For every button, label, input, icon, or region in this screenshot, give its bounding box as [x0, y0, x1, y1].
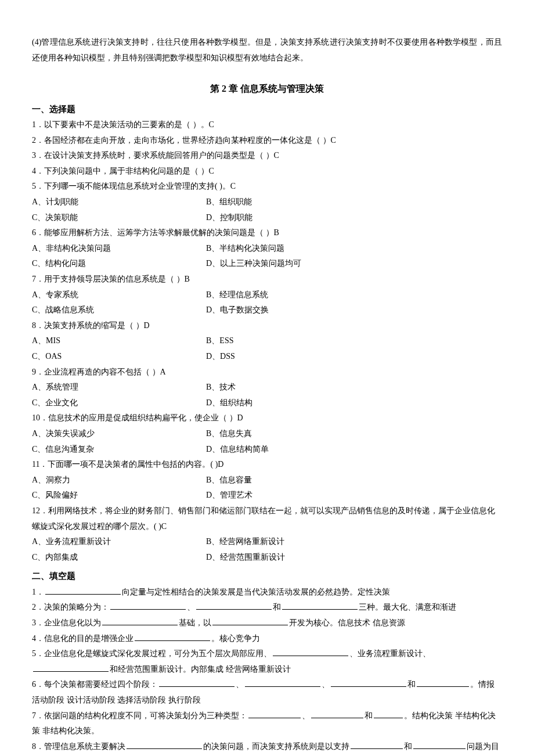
- question-12: 12．利用网络技术，将企业的财务部门、销售部门和储运部门联结在一起，就可以实现产…: [32, 503, 502, 534]
- option-a: A、决策失误减少: [32, 426, 206, 442]
- question-8-options-row2: C、OAS D、DSS: [32, 349, 502, 365]
- text: 基础，以: [179, 618, 211, 627]
- option-c: C、风险偏好: [32, 488, 206, 503]
- question-5-options-row2: C、决策职能 D、控制职能: [32, 210, 502, 226]
- blank: [311, 710, 363, 718]
- text: 、业务流程重新设计、: [349, 649, 431, 658]
- text: 、: [236, 680, 244, 689]
- option-b: B、ESS: [206, 333, 502, 349]
- question-2: 2．各国经济都在走向开放，走向市场化，世界经济趋向某种程度的一体化这是（ ）C: [32, 133, 502, 149]
- blank: [282, 601, 358, 610]
- option-a: A、系统管理: [32, 380, 206, 395]
- text: 、: [187, 603, 195, 611]
- text: 3．企业信息化以为: [32, 618, 101, 627]
- blank: [248, 710, 301, 718]
- blank: [159, 678, 234, 687]
- text: 5．企业信息化是螺旋式深化发展过程，可分为五个层次局部应用、: [32, 649, 272, 658]
- fill-4: 4．信息化的目的是增强企业。核心竞争力: [32, 631, 502, 647]
- option-c: C、战略信息系统: [32, 303, 206, 318]
- text: 2．决策的策略分为：: [32, 603, 109, 611]
- option-b: B、信息容量: [206, 473, 502, 488]
- question-7: 7．用于支持领导层决策的信息系统是（ ）B: [32, 272, 502, 287]
- option-d: D、控制职能: [206, 210, 502, 226]
- question-5: 5．下列哪一项不能体现信息系统对企业管理的支持( )。C: [32, 179, 502, 195]
- text: 6．每个决策都需要经过四个阶段：: [32, 680, 158, 689]
- option-d: D、管理艺术: [206, 488, 502, 503]
- blank: [45, 586, 121, 595]
- blank: [273, 647, 348, 656]
- option-a: A、洞察力: [32, 473, 206, 488]
- question-4: 4．下列决策问题中，属于非结构化问题的是（ ）C: [32, 164, 502, 179]
- blank: [374, 710, 403, 718]
- question-5-options-row1: A、计划职能 B、组织职能: [32, 195, 502, 210]
- blank: [127, 740, 202, 749]
- text: 4．信息化的目的是增强企业: [32, 634, 134, 643]
- question-6: 6．能够应用解析方法、运筹学方法等求解最优解的决策问题是（ ）B: [32, 225, 502, 241]
- blank: [413, 740, 466, 749]
- blank: [196, 601, 272, 610]
- option-c: C、内部集成: [32, 550, 206, 566]
- text: 。核心竞争力: [211, 634, 260, 643]
- option-b: B、信息失真: [206, 426, 502, 442]
- text: 1．: [32, 588, 44, 596]
- question-12-options-row1: A、业务流程重新设计 B、经营网络重新设计: [32, 534, 502, 550]
- blank: [331, 678, 406, 687]
- fill-2: 2．决策的策略分为：、和三种。最大化、满意和渐进: [32, 600, 502, 615]
- blank: [417, 678, 469, 687]
- fill-1: 1．向定量与定性相结合的决策发展是当代决策活动发展的必然趋势。定性决策: [32, 585, 502, 600]
- option-d: D、DSS: [206, 349, 502, 365]
- option-c: C、OAS: [32, 349, 206, 365]
- text: 的决策问题，而决策支持系统则是以支持: [203, 742, 349, 751]
- blank: [110, 601, 186, 610]
- chapter-title: 第 2 章 信息系统与管理决策: [32, 80, 502, 98]
- option-a: A、MIS: [32, 333, 206, 349]
- section-fill-blank: 二、填空题: [32, 568, 502, 585]
- option-a: A、业务流程重新设计: [32, 534, 206, 550]
- fill-3: 3．企业信息化以为基础，以开发为核心。信息技术 信息资源: [32, 615, 502, 631]
- blank: [135, 632, 210, 641]
- question-11: 11．下面哪一项不是决策者的属性中包括的内容。( )D: [32, 457, 502, 473]
- blank: [33, 663, 109, 672]
- text: 和: [407, 680, 416, 689]
- question-11-options-row1: A、洞察力 B、信息容量: [32, 473, 502, 488]
- question-12-options-row2: C、内部集成 D、经营范围重新设计: [32, 550, 502, 566]
- text: 8．管理信息系统主要解决: [32, 742, 125, 751]
- question-6-options-row2: C、结构化问题 D、以上三种决策问题均可: [32, 256, 502, 272]
- option-c: C、企业文化: [32, 395, 206, 411]
- option-c: C、结构化问题: [32, 256, 206, 272]
- question-9-options-row1: A、系统管理 B、技术: [32, 380, 502, 395]
- text: 、: [302, 711, 310, 720]
- question-10: 10．信息技术的应用是促成组织结构扁平化，使企业（ ）D: [32, 411, 502, 426]
- question-11-options-row2: C、风险偏好 D、管理艺术: [32, 488, 502, 503]
- blank: [212, 617, 288, 625]
- question-9: 9．企业流程再造的内容不包括（ ）A: [32, 365, 502, 380]
- question-1: 1．以下要素中不是决策活动的三要素的是（ ）。C: [32, 117, 502, 133]
- text: 7．依据问题的结构化程度不同，可将决策划分为三种类型：: [32, 711, 247, 720]
- question-8-options-row1: A、MIS B、ESS: [32, 333, 502, 349]
- fill-7: 7．依据问题的结构化程度不同，可将决策划分为三种类型：、和。结构化决策 半结构化…: [32, 708, 502, 739]
- option-d: D、组织结构: [206, 395, 502, 411]
- option-a: A、专家系统: [32, 287, 206, 303]
- fill-8: 8．管理信息系统主要解决的决策问题，而决策支持系统则是以支持和问题为目的。结构化…: [32, 739, 502, 756]
- blank: [102, 617, 178, 625]
- option-d: D、经营范围重新设计: [206, 550, 502, 566]
- question-6-options-row1: A、非结构化决策问题 B、半结构化决策问题: [32, 241, 502, 257]
- option-b: B、经理信息系统: [206, 287, 502, 303]
- option-b: B、技术: [206, 380, 502, 395]
- text: 和: [365, 711, 373, 720]
- fill-5: 5．企业信息化是螺旋式深化发展过程，可分为五个层次局部应用、、业务流程重新设计、…: [32, 646, 502, 677]
- question-10-options-row1: A、决策失误减少 B、信息失真: [32, 426, 502, 442]
- blank: [351, 740, 403, 749]
- question-7-options-row2: C、战略信息系统 D、电子数据交换: [32, 303, 502, 318]
- section-multiple-choice: 一、选择题: [32, 101, 502, 118]
- option-c: C、决策职能: [32, 210, 206, 226]
- question-10-options-row2: C、信息沟通复杂 D、信息结构简单: [32, 442, 502, 458]
- text: 、: [322, 680, 330, 689]
- blank: [245, 678, 320, 687]
- option-d: D、以上三种决策问题均可: [206, 256, 502, 272]
- text: 和经营范围重新设计。内部集成 经营网络重新设计: [110, 665, 291, 674]
- option-c: C、信息沟通复杂: [32, 442, 206, 458]
- question-8: 8．决策支持系统的缩写是（ ）D: [32, 318, 502, 334]
- option-a: A、计划职能: [32, 195, 206, 210]
- option-a: A、非结构化决策问题: [32, 241, 206, 257]
